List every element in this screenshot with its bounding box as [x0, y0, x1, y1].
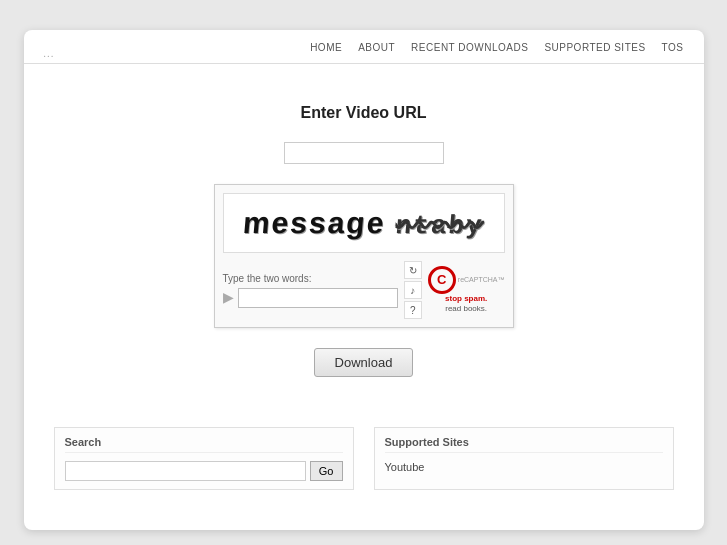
recaptcha-c-logo: C: [428, 266, 456, 294]
captcha-text-display: message ntaby: [242, 206, 486, 241]
supported-sites-col-title: Supported Sites: [385, 436, 663, 453]
recaptcha-widget: message ntaby Type the two words: ▶ ↻ ♪ …: [214, 184, 514, 328]
captcha-audio-button[interactable]: ♪: [404, 281, 422, 299]
nav-tos[interactable]: Tos: [662, 42, 684, 53]
url-input[interactable]: [284, 142, 444, 164]
captcha-bottom: Type the two words: ▶ ↻ ♪ ? C reCAPTCHA™: [223, 261, 505, 319]
captcha-input-area: Type the two words: ▶: [223, 273, 398, 308]
captcha-help-button[interactable]: ?: [404, 301, 422, 319]
recaptcha-tagline: stop spam. read books.: [445, 294, 487, 315]
captcha-text-input[interactable]: [238, 288, 398, 308]
supported-site-youtube: Youtube: [385, 461, 663, 473]
captcha-icons: ↻ ♪ ?: [404, 261, 422, 319]
captcha-refresh-button[interactable]: ↻: [404, 261, 422, 279]
header: ... Home About Recent Downloads Supporte…: [24, 30, 704, 64]
recaptcha-logo: C reCAPTCHA™: [428, 266, 505, 294]
recaptcha-tagline-read: read books.: [445, 304, 487, 313]
nav-recent-downloads[interactable]: Recent Downloads: [411, 42, 528, 53]
captcha-image: message ntaby: [223, 193, 505, 253]
recaptcha-tagline-stop: stop spam.: [445, 294, 487, 303]
download-button[interactable]: Download: [314, 348, 414, 377]
main-content: Enter Video URL message ntaby Type the t…: [24, 64, 704, 427]
page-title: Enter Video URL: [301, 104, 427, 122]
nav-supported-sites[interactable]: Supported Sites: [544, 42, 645, 53]
recaptcha-tm: reCAPTCHA™: [458, 276, 505, 283]
search-col: Search Go: [54, 427, 354, 490]
search-col-title: Search: [65, 436, 343, 453]
bottom-columns: Search Go Supported Sites Youtube: [24, 427, 704, 490]
supported-sites-list: Youtube: [385, 461, 663, 473]
supported-sites-col: Supported Sites Youtube: [374, 427, 674, 490]
nav: Home About Recent Downloads Supported Si…: [310, 42, 683, 63]
captcha-arrow-icon: ▶: [223, 289, 234, 306]
search-input[interactable]: [65, 461, 306, 481]
search-button[interactable]: Go: [310, 461, 343, 481]
captcha-brand: C reCAPTCHA™ stop spam. read books.: [428, 266, 505, 315]
nav-home[interactable]: Home: [310, 42, 342, 53]
page-wrapper: ... Home About Recent Downloads Supporte…: [24, 30, 704, 530]
captcha-label: Type the two words:: [223, 273, 398, 284]
search-row: Go: [65, 461, 343, 481]
nav-about[interactable]: About: [358, 42, 395, 53]
captcha-input-row: ▶: [223, 288, 398, 308]
logo: ...: [44, 47, 55, 59]
